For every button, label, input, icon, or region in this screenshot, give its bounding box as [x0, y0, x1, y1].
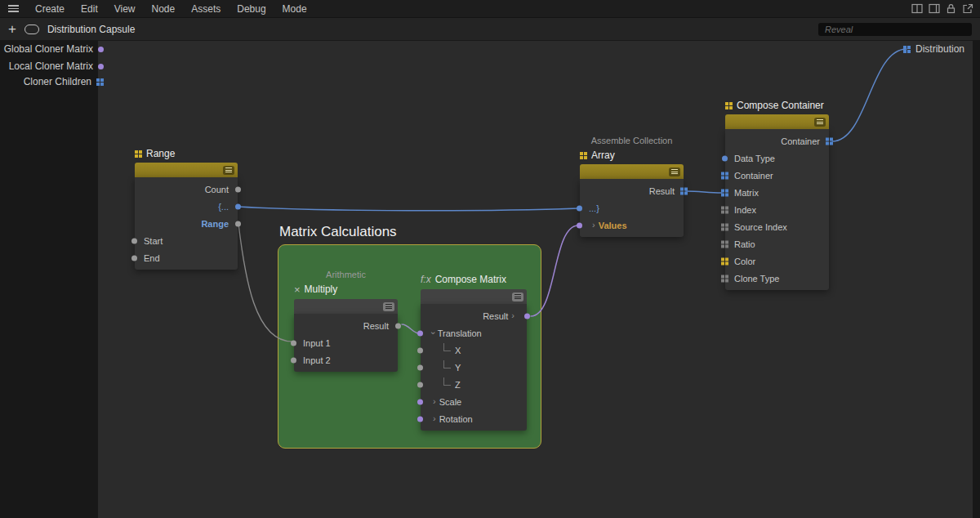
port-container-in[interactable]: [721, 172, 728, 179]
port-row: {...: [135, 198, 238, 215]
wire-container-to-distribution[interactable]: [832, 49, 906, 141]
capsule-input-local-cloner-matrix: Local Cloner Matrix: [0, 60, 105, 73]
reveal-search-input[interactable]: [818, 23, 972, 36]
node-menu-button[interactable]: [383, 302, 394, 311]
tree-connector: [443, 360, 451, 368]
chevron-right-icon[interactable]: ›: [592, 221, 595, 230]
chevron-down-icon[interactable]: ›: [429, 332, 438, 335]
port-label: Start: [144, 236, 163, 246]
port-z-in[interactable]: [417, 382, 423, 387]
menu-debug[interactable]: Debug: [229, 0, 274, 18]
node-compose-container[interactable]: Compose Container Container Data Type Co…: [725, 99, 829, 290]
lock-icon[interactable]: [946, 3, 956, 14]
node-title: Compose Matrix: [435, 274, 506, 285]
node-range[interactable]: Range Count {... Range Start: [135, 147, 238, 270]
port-matrix-in[interactable]: [721, 189, 728, 196]
port-clone-type-in[interactable]: [721, 275, 728, 282]
capsule-icon[interactable]: [24, 25, 39, 34]
node-menu-button[interactable]: [669, 167, 680, 176]
port-label: Translation: [438, 328, 482, 338]
node-menu-button[interactable]: [223, 166, 234, 175]
node-multiply[interactable]: Arithmetic × Multiply Result Input 1 Inp…: [294, 270, 398, 372]
split-view-left-icon[interactable]: [911, 3, 923, 14]
port-translation-in[interactable]: [417, 330, 423, 336]
purple-port[interactable]: [98, 47, 104, 52]
port-row: Clone Type: [725, 270, 829, 287]
port-label: Container: [781, 136, 820, 146]
port-range-out[interactable]: [235, 221, 241, 226]
port-source-index-in[interactable]: [721, 223, 728, 230]
port-row: Result ›: [421, 307, 527, 324]
port-data-type-in[interactable]: [722, 155, 728, 161]
capsule-input-global-cloner-matrix: Global Cloner Matrix: [0, 42, 105, 56]
node-titlebar[interactable]: [580, 164, 684, 179]
port-input2-in[interactable]: [291, 357, 296, 363]
port-result-out[interactable]: [524, 313, 530, 319]
node-category: Assemble Collection: [580, 136, 684, 147]
port-row: Range: [135, 215, 238, 232]
pop-out-icon[interactable]: [962, 3, 973, 14]
port-label: Range: [201, 219, 229, 229]
port-scale-in[interactable]: [417, 399, 423, 404]
hamburger-menu-icon[interactable]: [8, 5, 19, 12]
port-y-in[interactable]: [417, 364, 423, 370]
port-result-out[interactable]: [395, 323, 401, 328]
port-row: Start: [135, 232, 238, 249]
node-titlebar[interactable]: [725, 114, 829, 129]
port-label: Rotation: [439, 414, 473, 424]
node-titlebar[interactable]: [135, 163, 238, 177]
port-collection-out[interactable]: [235, 203, 241, 209]
grid-port-icon[interactable]: [96, 78, 104, 86]
node-titlebar[interactable]: [294, 299, 398, 314]
chevron-right-icon[interactable]: ›: [433, 414, 436, 423]
port-row: › Translation: [421, 324, 527, 342]
grid-port-icon[interactable]: [903, 46, 911, 53]
port-row: Result: [580, 182, 684, 199]
node-type-icon: [725, 102, 733, 109]
tree-connector: [443, 343, 451, 351]
menu-create[interactable]: Create: [27, 0, 73, 18]
node-body: Result Input 1 Input 2: [294, 314, 398, 372]
port-row: Count: [135, 181, 238, 198]
port-label: Ratio: [734, 239, 755, 249]
port-collection-in[interactable]: [577, 205, 582, 211]
port-values-in[interactable]: [577, 222, 582, 228]
node-menu-button[interactable]: [512, 292, 523, 301]
port-end-in[interactable]: [131, 255, 137, 261]
port-color-in[interactable]: [721, 257, 728, 265]
port-label: ...}: [589, 203, 599, 213]
node-title-row: Compose Container: [725, 99, 829, 112]
port-ratio-in[interactable]: [721, 240, 728, 248]
node-menu-button[interactable]: [814, 118, 826, 127]
split-view-right-icon[interactable]: [929, 3, 940, 14]
port-input1-in[interactable]: [291, 340, 296, 346]
node-title-row: × Multiply: [294, 283, 398, 296]
port-label: Input 2: [303, 355, 331, 365]
multiply-icon: ×: [294, 284, 301, 296]
port-count-out[interactable]: [235, 186, 241, 192]
port-rotation-in[interactable]: [417, 416, 423, 422]
chevron-right-icon[interactable]: ›: [511, 311, 514, 320]
menu-node[interactable]: Node: [144, 0, 184, 18]
port-x-in[interactable]: [417, 347, 423, 353]
menu-mode[interactable]: Mode: [274, 0, 315, 18]
purple-port[interactable]: [98, 64, 104, 69]
port-start-in[interactable]: [131, 238, 137, 243]
tree-connector: [443, 377, 451, 386]
port-container-out[interactable]: [826, 137, 833, 145]
wire-array-to-matrix[interactable]: [686, 191, 722, 193]
node-title-row: Array: [580, 149, 684, 162]
wire-range-to-array[interactable]: [238, 207, 578, 211]
menu-assets[interactable]: Assets: [183, 0, 229, 18]
add-node-button[interactable]: +: [8, 22, 16, 36]
menu-view[interactable]: View: [106, 0, 144, 18]
breadcrumb[interactable]: Distribution Capsule: [47, 24, 135, 35]
fx-icon: f:x: [421, 274, 431, 285]
port-result-out[interactable]: [680, 187, 688, 194]
node-titlebar[interactable]: [421, 289, 527, 304]
node-compose-matrix[interactable]: f:x Compose Matrix Result › › Translatio…: [421, 273, 527, 431]
port-index-in[interactable]: [721, 206, 728, 213]
menu-edit[interactable]: Edit: [73, 0, 106, 18]
chevron-right-icon[interactable]: ›: [433, 397, 436, 406]
node-array[interactable]: Assemble Collection Array Result ...} › …: [580, 136, 684, 237]
